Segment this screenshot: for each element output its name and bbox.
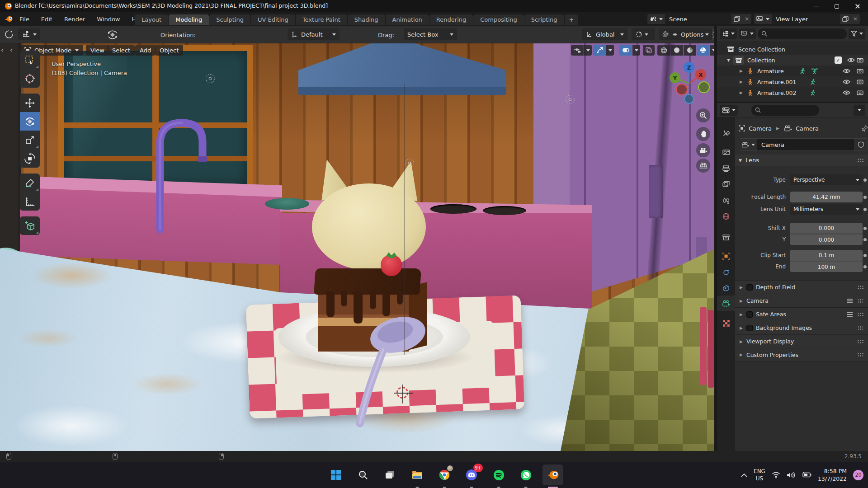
tool-add-cube[interactable] [20,216,40,235]
drag-dots-icon[interactable] [857,285,864,290]
shift-x-field[interactable]: 0.000 [790,223,863,234]
file-explorer-button[interactable] [407,465,428,485]
tab-compositing[interactable]: Compositing [473,14,524,25]
blender-taskbar-button[interactable] [542,465,563,485]
new-scene-button[interactable] [731,14,742,24]
hide-eye-icon[interactable] [842,68,851,74]
spotify-button[interactable] [488,465,509,485]
scene-chair-bar[interactable] [708,310,714,388]
region-chevron-icon[interactable]: ‹ [10,46,13,54]
tab-layout[interactable]: Layout [135,14,168,25]
discord-button[interactable]: 9+ [461,465,482,485]
shading-wireframe-button[interactable] [657,45,670,56]
tool-annotate[interactable] [20,174,40,192]
expand-icon[interactable]: ▶ [740,80,743,84]
collection-checkbox[interactable]: ✓ [835,56,842,64]
outliner-filter-button[interactable] [849,28,865,39]
shading-dropdown[interactable] [710,45,714,56]
preset-list-icon[interactable] [847,312,853,317]
tab-collection[interactable] [717,230,735,245]
expand-icon[interactable]: ▼ [727,58,730,62]
breadcrumb-object[interactable]: Camera [749,125,772,132]
gizmo-z-neg[interactable] [684,94,693,103]
lens-panel-header[interactable]: ▼ Lens [735,155,868,166]
tab-scripting[interactable]: Scripting [524,14,564,25]
outliner-row-armature[interactable]: ▶ Armature [717,66,868,76]
whatsapp-button[interactable] [515,465,536,485]
drag-dots-icon[interactable] [857,352,864,357]
clip-start-field[interactable]: 0.1 m [790,250,863,261]
show-object-types-button[interactable] [571,45,584,56]
tool-measure[interactable] [20,192,40,211]
viewport-menu-object[interactable]: Object [155,45,183,56]
render-camera-icon[interactable] [855,90,864,95]
active-tool-button[interactable] [18,28,40,40]
hide-eye-icon[interactable] [842,90,851,95]
tab-uv-editing[interactable]: UV Editing [251,14,295,25]
remove-view-layer-button[interactable]: ✕ [851,14,860,24]
minimize-button[interactable] [806,0,826,12]
section-camera[interactable]: ▶ Camera [735,294,868,307]
tab-physics[interactable] [717,265,735,280]
gizmo-y-neg[interactable] [698,82,709,93]
drag-dots-icon[interactable] [857,158,864,163]
xray-toggle-button[interactable] [643,45,655,56]
viewport-3d[interactable]: ‹ ‹ Object Mode View Select Add Object [0,43,714,451]
animate-dot[interactable] [863,208,867,211]
animate-dot[interactable] [863,227,867,230]
hide-eye-icon[interactable] [846,57,855,63]
drag-dots-icon[interactable] [857,339,864,344]
fake-user-shield-button[interactable] [854,139,868,150]
animate-dot[interactable] [863,265,867,268]
tab-animation[interactable]: Animation [386,14,429,25]
outliner-row-armature-002[interactable]: ▶ Armature.002 [717,87,868,98]
outliner-row-collection[interactable]: ▼ Collection ✓ [717,55,868,66]
section-depth-of-field[interactable]: ▶ Depth of Field [735,280,868,294]
tab-constraints[interactable] [717,280,735,296]
gizmo-x-neg[interactable] [676,84,687,95]
background-images-checkbox[interactable] [746,325,753,331]
close-button[interactable] [847,0,868,12]
blender-menu-icon[interactable] [5,15,13,23]
drag-dropdown[interactable]: Select Box [404,28,457,40]
add-workspace-button[interactable]: + [565,14,579,25]
menu-render[interactable]: Render [58,12,91,26]
viewport-menu-view[interactable]: View [86,45,109,56]
view-layer-browse-button[interactable] [754,14,772,24]
language-indicator[interactable]: ENG US [754,468,765,482]
outliner-editor-type-button[interactable] [720,28,737,39]
tool-select-box[interactable] [20,51,40,69]
scene-chair-bar[interactable] [700,307,707,385]
shading-material-button[interactable] [684,45,696,56]
wifi-icon[interactable] [772,472,780,479]
drag-dots-icon[interactable] [857,312,864,317]
focal-length-field[interactable]: 41.42 mm [790,192,863,202]
animate-dot[interactable] [863,196,867,199]
outliner-row-scene-collection[interactable]: Scene Collection [717,44,868,55]
snap-magnet-icon[interactable] [662,31,669,38]
region-chevron-icon[interactable]: ‹ [1,46,4,54]
preset-list-icon[interactable] [847,299,853,303]
start-button[interactable] [326,465,346,485]
scene-browse-button[interactable] [647,14,665,24]
task-view-button[interactable] [380,465,401,485]
outliner-row-armature-001[interactable]: ▶ Armature.001 [717,76,868,87]
tab-texture-paint[interactable]: Texture Paint [296,14,347,25]
viewport-menu-select[interactable]: Select [108,45,135,56]
view-layer-name[interactable]: View Layer [772,16,840,23]
animate-dot[interactable] [863,178,867,182]
tool-move[interactable] [20,94,40,112]
tab-world[interactable] [717,209,735,224]
light-gizmo-icon[interactable] [405,159,414,168]
scene-cooker-hood[interactable] [298,43,506,98]
outliner-display-mode-button[interactable] [739,28,756,39]
volume-icon[interactable] [787,472,795,479]
lens-unit-dropdown[interactable]: Millimeters [790,204,863,215]
tab-texture[interactable] [717,315,735,331]
scene-cat[interactable] [312,157,426,270]
shading-rendered-button[interactable] [697,45,709,56]
show-hidden-icons-chevron[interactable] [741,473,747,477]
outliner-search-input[interactable] [758,28,847,39]
shift-y-field[interactable]: 0.000 [790,234,863,245]
tab-render[interactable] [717,145,735,160]
